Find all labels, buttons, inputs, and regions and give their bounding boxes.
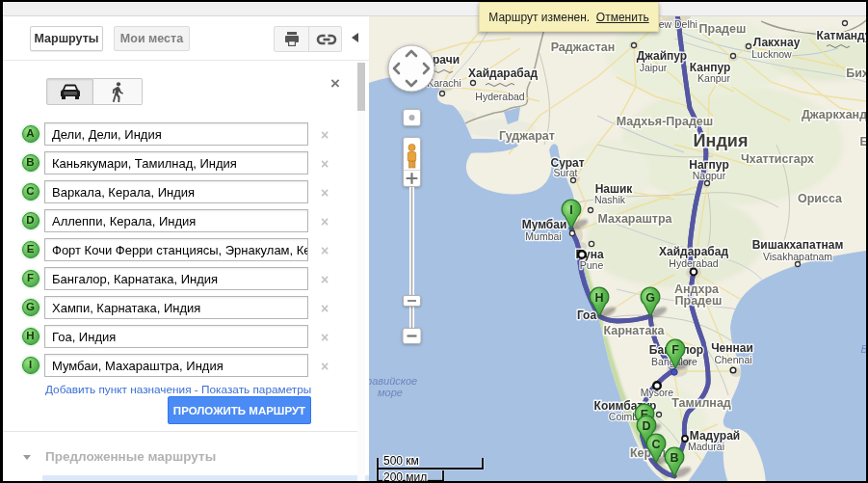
svg-text:F: F: [671, 343, 679, 357]
svg-text:Тамилнад: Тамилнад: [671, 396, 731, 410]
svg-text:D: D: [642, 419, 650, 433]
svg-text:Бих: Бих: [846, 67, 866, 80]
svg-text:Nashik: Nashik: [594, 194, 626, 205]
svg-text:Hyderabad: Hyderabad: [669, 257, 719, 269]
svg-text:Lucknow: Lucknow: [751, 48, 792, 60]
svg-text:Mumbai: Mumbai: [525, 230, 561, 242]
svg-text:Джайпур: Джайпур: [637, 49, 687, 63]
svg-text:Surat: Surat: [553, 167, 577, 178]
svg-text:B: B: [670, 451, 678, 465]
svg-text:Раджастан: Раджастан: [551, 40, 616, 54]
svg-text:Прадеш: Прадеш: [675, 294, 723, 308]
svg-text:Лакхнау: Лакхнау: [753, 36, 801, 49]
svg-text:200 мил: 200 мил: [383, 470, 427, 481]
svg-text:500 км: 500 км: [383, 454, 419, 468]
svg-text:Чхаттисгарх: Чхаттисгарх: [741, 152, 814, 166]
svg-text:C: C: [651, 438, 660, 451]
svg-text:Hyderabad: Hyderabad: [475, 91, 525, 102]
svg-text:Chennai: Chennai: [714, 354, 751, 365]
svg-text:Индия: Индия: [694, 131, 749, 150]
svg-text:Аравийское: Аравийское: [369, 375, 417, 387]
svg-text:Ченнаи: Ченнаи: [711, 341, 753, 355]
svg-text:Махараштра: Махараштра: [597, 212, 672, 226]
svg-text:Гоа: Гоа: [577, 309, 597, 322]
svg-text:море: море: [378, 387, 403, 398]
svg-text:Прадеш: Прадеш: [699, 22, 747, 36]
svg-text:Visakhapatnam: Visakhapatnam: [763, 251, 832, 262]
svg-text:Kanpur: Kanpur: [697, 72, 730, 84]
svg-text:Хайдарабад: Хайдарабад: [468, 67, 538, 80]
svg-text:G: G: [645, 291, 655, 305]
svg-text:Нагпур: Нагпур: [689, 158, 728, 172]
svg-text:Мумбаи: Мумбаи: [522, 218, 567, 231]
svg-text:Катманду: Катманду: [816, 29, 866, 42]
svg-text:Джаркханд: Джаркханд: [802, 108, 866, 121]
svg-text:Вишакхапатнам: Вишакхапатнам: [752, 238, 844, 252]
svg-text:Мадхья-Прадеш: Мадхья-Прадеш: [617, 115, 713, 128]
svg-text:Jaipur: Jaipur: [640, 62, 668, 73]
svg-text:I: I: [569, 203, 572, 217]
svg-text:Б: Б: [860, 135, 866, 148]
svg-text:H: H: [594, 291, 603, 305]
svg-text:Coimb: Coimb: [609, 411, 639, 422]
svg-text:Pune: Pune: [580, 259, 604, 271]
svg-text:Madurai: Madurai: [688, 441, 724, 452]
svg-text:Гуджарат: Гуджарат: [499, 129, 555, 143]
svg-text:Б: Б: [860, 343, 866, 355]
svg-text:Хайдарабад: Хайдарабад: [659, 245, 728, 258]
svg-text:Орисса: Орисса: [798, 192, 843, 205]
svg-text:Карнатака: Карнатака: [603, 324, 665, 337]
